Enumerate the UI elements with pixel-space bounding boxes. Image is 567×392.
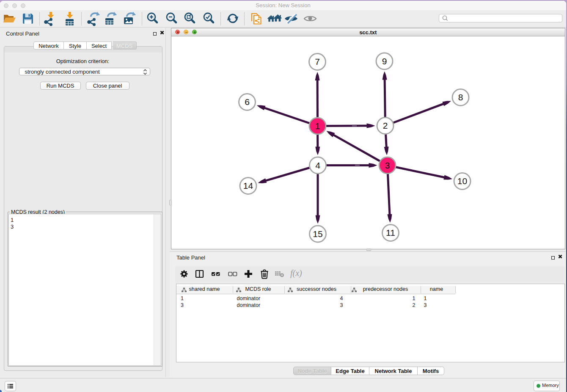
svg-text:3: 3 bbox=[385, 160, 390, 170]
svg-text:6: 6 bbox=[245, 97, 250, 107]
svg-text:14: 14 bbox=[243, 181, 253, 190]
svg-text:1: 1 bbox=[315, 121, 320, 131]
svg-text:11: 11 bbox=[386, 228, 395, 237]
svg-text:2: 2 bbox=[383, 121, 388, 130]
svg-text:15: 15 bbox=[313, 229, 322, 239]
svg-text:4: 4 bbox=[315, 160, 320, 170]
svg-text:9: 9 bbox=[382, 56, 387, 66]
svg-text:7: 7 bbox=[315, 57, 320, 66]
svg-text:10: 10 bbox=[457, 176, 467, 186]
svg-text:8: 8 bbox=[458, 92, 463, 102]
